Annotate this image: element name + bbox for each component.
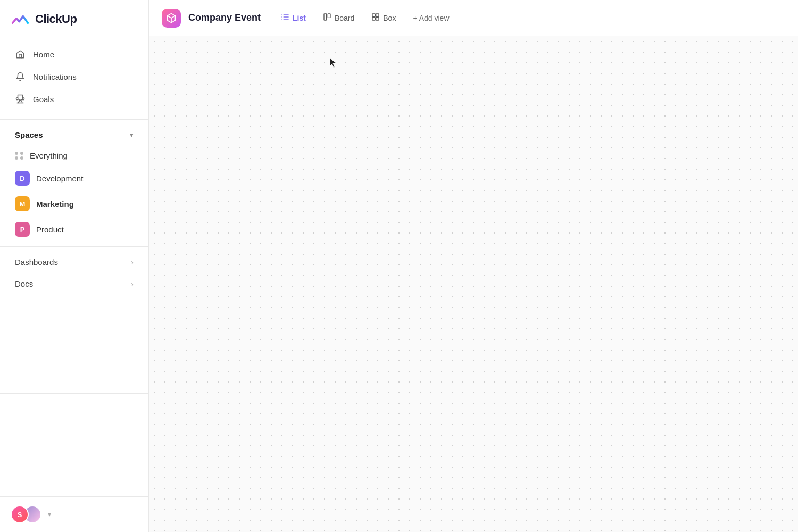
home-label: Home — [33, 50, 54, 59]
sidebar: ClickUp Home Notifications — [0, 0, 149, 532]
project-icon — [162, 9, 181, 28]
development-label: Development — [36, 174, 83, 183]
sidebar-item-home[interactable]: Home — [4, 44, 144, 65]
sidebar-footer[interactable]: S ▾ — [0, 496, 148, 532]
goals-label: Goals — [33, 95, 54, 104]
home-icon — [15, 49, 26, 60]
divider-2 — [0, 246, 148, 247]
bell-icon — [15, 71, 26, 82]
trophy-icon — [15, 94, 26, 104]
avatar-primary: S — [11, 505, 29, 523]
tab-list[interactable]: List — [273, 9, 313, 27]
avatar-group: S — [11, 505, 41, 523]
sidebar-item-dashboards[interactable]: Dashboards › — [4, 252, 144, 272]
board-tab-icon — [323, 13, 331, 23]
main-content: Company Event List — [149, 0, 798, 532]
tab-box[interactable]: Box — [364, 9, 403, 27]
marketing-label: Marketing — [36, 200, 74, 209]
add-view-label: + Add view — [413, 14, 449, 22]
docs-label: Docs — [15, 279, 33, 288]
svg-rect-11 — [372, 18, 375, 20]
main-canvas — [149, 36, 798, 532]
sidebar-item-docs[interactable]: Docs › — [4, 274, 144, 294]
chevron-right-icon-docs: › — [131, 280, 134, 288]
sidebar-item-notifications[interactable]: Notifications — [4, 66, 144, 87]
cursor-pointer — [330, 57, 337, 68]
sidebar-item-goals[interactable]: Goals — [4, 88, 144, 110]
nav-items: Home Notifications — [0, 38, 148, 115]
footer-chevron-icon: ▾ — [48, 511, 51, 518]
notifications-label: Notifications — [33, 72, 77, 81]
development-badge: D — [15, 171, 30, 186]
svg-rect-8 — [328, 14, 330, 18]
dashboards-label: Dashboards — [15, 257, 58, 267]
list-tab-icon — [281, 13, 289, 23]
svg-rect-9 — [372, 14, 375, 16]
view-tabs: List Board — [273, 9, 456, 27]
spaces-header[interactable]: Spaces ▾ — [4, 125, 144, 145]
chevron-down-icon: ▾ — [130, 131, 134, 139]
divider-3 — [0, 393, 148, 394]
sidebar-item-development[interactable]: D Development — [4, 166, 144, 190]
board-tab-label: Board — [335, 14, 354, 22]
marketing-badge: M — [15, 196, 30, 211]
svg-rect-12 — [376, 18, 379, 20]
tab-board[interactable]: Board — [315, 9, 362, 27]
sidebar-item-product[interactable]: P Product — [4, 217, 144, 242]
box-tab-label: Box — [383, 14, 396, 22]
product-badge: P — [15, 222, 30, 237]
sidebar-item-everything[interactable]: Everything — [4, 146, 144, 165]
project-title: Company Event — [188, 12, 261, 23]
sidebar-item-marketing[interactable]: M Marketing — [4, 192, 144, 216]
box-icon — [166, 13, 177, 23]
box-tab-icon — [371, 13, 380, 23]
divider-1 — [0, 119, 148, 120]
logo-text: ClickUp — [35, 12, 77, 26]
dots-icon — [15, 152, 23, 160]
chevron-right-icon: › — [131, 258, 134, 267]
product-label: Product — [36, 225, 64, 234]
svg-rect-7 — [324, 14, 327, 20]
topbar: Company Event List — [149, 0, 798, 36]
spaces-title: Spaces — [15, 130, 43, 139]
list-tab-label: List — [293, 14, 306, 22]
clickup-logo-icon — [11, 10, 30, 29]
everything-label: Everything — [30, 151, 68, 160]
logo-area: ClickUp — [0, 0, 148, 38]
add-view-button[interactable]: + Add view — [405, 10, 456, 26]
svg-rect-10 — [376, 14, 379, 16]
